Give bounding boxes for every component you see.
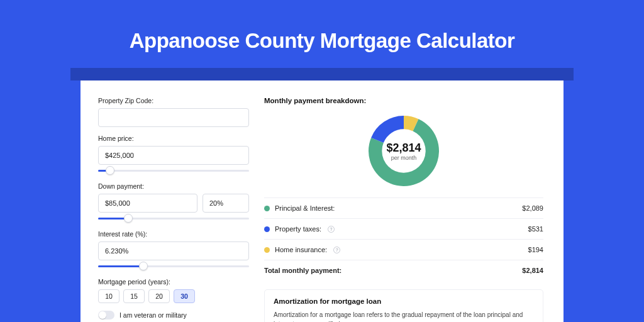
- legend-dot-ins: [264, 247, 270, 253]
- interest-rate-label: Interest rate (%):: [98, 230, 249, 238]
- legend-dot-pi: [264, 206, 270, 211]
- field-interest-rate: Interest rate (%):: [98, 230, 249, 270]
- mortgage-period-label: Mortgage period (years):: [98, 278, 249, 286]
- legend-total-label: Total monthly payment:: [264, 267, 341, 274]
- legend-total-value: $2,814: [522, 267, 543, 274]
- home-price-label: Home price:: [98, 135, 249, 142]
- donut-center-sub: per month: [391, 155, 417, 161]
- legend-row-ins: Home insurance:?$194: [264, 240, 543, 260]
- down-payment-slider[interactable]: [98, 215, 249, 223]
- mortgage-period-option-30[interactable]: 30: [174, 289, 195, 303]
- legend-dot-tax: [264, 226, 270, 232]
- legend-value-ins: $194: [528, 246, 543, 253]
- mortgage-period-option-15[interactable]: 15: [123, 289, 145, 303]
- legend-label-pi: Principal & Interest:: [275, 204, 335, 212]
- legend-value-pi: $2,089: [522, 204, 543, 212]
- donut-center: $2,814 per month: [366, 113, 441, 189]
- info-icon[interactable]: ?: [333, 247, 340, 253]
- down-payment-label: Down payment:: [98, 182, 249, 190]
- breakdown-column: Monthly payment breakdown: $2,814 per mo…: [264, 97, 543, 322]
- zip-input[interactable]: [98, 108, 249, 127]
- home-price-slider[interactable]: [98, 167, 249, 175]
- amortization-card: Amortization for mortgage loan Amortizat…: [264, 289, 543, 322]
- amortization-text: Amortization for a mortgage loan refers …: [274, 310, 534, 322]
- donut-center-value: $2,814: [386, 142, 421, 155]
- amortization-heading: Amortization for mortgage loan: [274, 297, 534, 305]
- breakdown-title: Monthly payment breakdown:: [264, 97, 543, 104]
- panel-shadow: [70, 68, 574, 80]
- veteran-toggle-row: I am veteran or military: [98, 311, 249, 319]
- zip-label: Property Zip Code:: [98, 97, 249, 104]
- legend-row-total: Total monthly payment:$2,814: [264, 260, 543, 280]
- home-price-slider-knob[interactable]: [106, 166, 114, 175]
- donut-chart-wrap: $2,814 per month: [264, 109, 543, 197]
- page-background: Appanoose County Mortgage Calculator Pro…: [0, 0, 644, 322]
- veteran-toggle-label: I am veteran or military: [119, 311, 187, 319]
- legend-value-tax: $531: [528, 225, 543, 233]
- legend-label-tax: Property taxes:: [275, 225, 321, 233]
- interest-rate-slider[interactable]: [98, 263, 249, 270]
- calculator-panel: Property Zip Code: Home price: Down paym…: [80, 80, 564, 322]
- field-home-price: Home price:: [98, 135, 249, 175]
- interest-rate-slider-knob[interactable]: [139, 262, 148, 270]
- down-payment-input[interactable]: [98, 194, 197, 213]
- down-payment-pct-input[interactable]: [203, 194, 249, 213]
- donut-chart: $2,814 per month: [366, 113, 441, 189]
- mortgage-period-option-10[interactable]: 10: [98, 289, 119, 303]
- breakdown-legend: Principal & Interest:$2,089Property taxe…: [264, 197, 543, 280]
- legend-row-pi: Principal & Interest:$2,089: [264, 198, 543, 219]
- interest-rate-input[interactable]: [98, 242, 249, 260]
- legend-label-ins: Home insurance:: [275, 246, 327, 253]
- field-mortgage-period: Mortgage period (years): 10152030: [98, 278, 249, 303]
- form-column: Property Zip Code: Home price: Down paym…: [98, 97, 249, 322]
- down-payment-slider-knob[interactable]: [124, 214, 133, 223]
- page-title: Appanoose County Mortgage Calculator: [0, 0, 644, 53]
- field-down-payment: Down payment:: [98, 182, 249, 223]
- field-zip: Property Zip Code:: [98, 97, 249, 127]
- mortgage-period-buttons: 10152030: [98, 289, 249, 303]
- veteran-toggle[interactable]: [98, 311, 114, 319]
- mortgage-period-option-20[interactable]: 20: [148, 289, 170, 303]
- info-icon[interactable]: ?: [328, 226, 335, 233]
- home-price-input[interactable]: [98, 146, 249, 165]
- legend-row-tax: Property taxes:?$531: [264, 219, 543, 240]
